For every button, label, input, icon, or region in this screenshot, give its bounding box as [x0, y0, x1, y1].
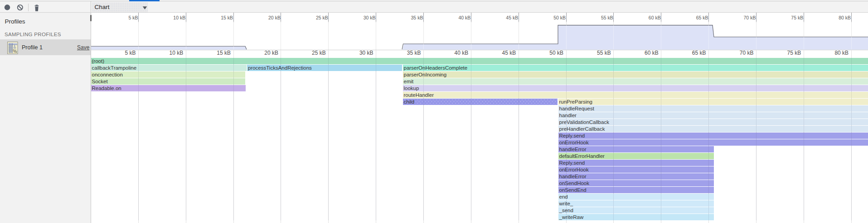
svg-text:%: %: [13, 49, 17, 54]
